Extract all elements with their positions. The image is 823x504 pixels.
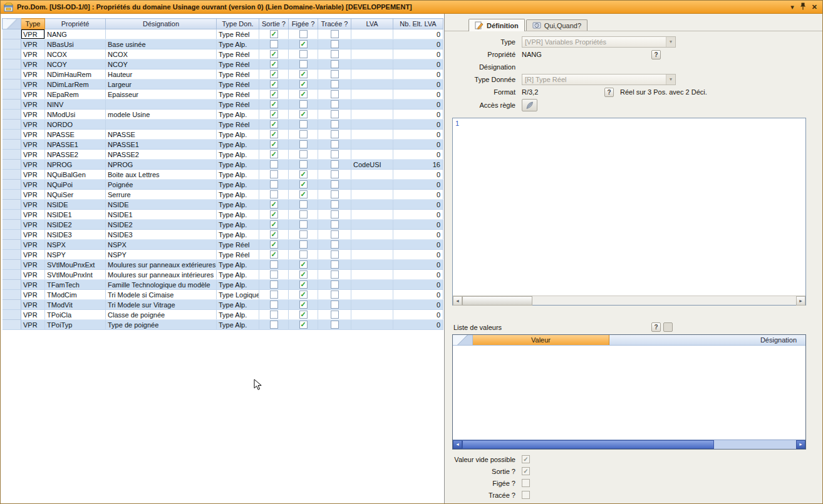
cell-type[interactable]: VPR [21, 240, 45, 250]
cell-figee-checkbox[interactable] [289, 49, 318, 59]
cell-figee-checkbox[interactable] [289, 120, 318, 130]
col-header-type[interactable]: Type [21, 19, 45, 29]
cell-lva[interactable] [351, 240, 393, 250]
cell-type[interactable]: VPR [21, 140, 45, 150]
cell-nb-elt-lva[interactable]: 0 [393, 240, 443, 250]
cell-propriete[interactable]: NSIDE3 [45, 230, 106, 240]
cell-lva[interactable] [351, 120, 393, 130]
cell-nb-elt-lva[interactable]: 0 [393, 220, 443, 230]
cell-type-don[interactable]: Type Alp. [217, 170, 259, 180]
cell-type[interactable]: VPR [21, 69, 45, 80]
cell-propriete[interactable]: NModUsi [45, 110, 106, 120]
cell-lva[interactable] [351, 49, 393, 59]
grid-row[interactable]: VPRNPROGNPROGType Alp.CodeUSI16 [3, 160, 443, 170]
cell-sortie-checkbox[interactable]: ✓ [259, 59, 289, 69]
cell-nb-elt-lva[interactable]: 0 [393, 300, 443, 310]
cell-nb-elt-lva[interactable]: 0 [393, 250, 443, 260]
cell-designation[interactable]: NSPY [106, 250, 217, 260]
cell-tracee-checkbox[interactable] [318, 210, 351, 220]
format-help-button[interactable]: ? [604, 88, 614, 97]
cell-type-don[interactable]: Type Alp. [217, 110, 259, 120]
row-selector[interactable] [3, 69, 21, 80]
cell-figee-checkbox[interactable]: ✓ [289, 90, 318, 100]
cell-nb-elt-lva[interactable]: 0 [393, 39, 443, 49]
cell-nb-elt-lva[interactable]: 0 [393, 100, 443, 110]
grid-row[interactable]: VPRNQuiSerSerrureType Alp.✓0 [3, 190, 443, 200]
cell-lva[interactable] [351, 150, 393, 160]
cell-type[interactable]: VPR [21, 170, 45, 180]
cell-tracee-checkbox[interactable] [318, 140, 351, 150]
cell-lva[interactable] [351, 270, 393, 280]
grid-row[interactable]: VPRNQuiBalGenBoite aux LettresType Alp.✓… [3, 170, 443, 180]
cell-type[interactable]: VPR [21, 110, 45, 120]
cell-designation[interactable]: modele Usine [106, 110, 217, 120]
row-selector[interactable] [3, 90, 21, 100]
cell-nb-elt-lva[interactable]: 0 [393, 140, 443, 150]
cell-lva[interactable] [351, 250, 393, 260]
grid-row[interactable]: VPRNSPYNSPYType Réel✓0 [3, 250, 443, 260]
cell-sortie-checkbox[interactable]: ✓ [259, 140, 289, 150]
grid-row[interactable]: VPRNSPXNSPXType Réel✓0 [3, 240, 443, 250]
cell-tracee-checkbox[interactable] [318, 300, 351, 310]
cell-propriete[interactable]: NSPX [45, 240, 106, 250]
grid-row[interactable]: VPRNCOYNCOYType Réel✓0 [3, 59, 443, 69]
cell-type-don[interactable]: Type Réel [217, 120, 259, 130]
cell-tracee-checkbox[interactable] [318, 110, 351, 120]
cell-type-don[interactable]: Type Alp. [217, 160, 259, 170]
cell-figee-checkbox[interactable]: ✓ [289, 69, 318, 80]
cell-designation[interactable]: NPASSE2 [106, 150, 217, 160]
cell-type-don[interactable]: Type Alp. [217, 220, 259, 230]
cell-type-don[interactable]: Type Alp. [217, 180, 259, 190]
row-selector[interactable] [3, 140, 21, 150]
grid-row[interactable]: VPRNPASSE2NPASSE2Type Alp.✓0 [3, 150, 443, 160]
cell-designation[interactable]: Tri Modele si Cimaise [106, 290, 217, 300]
row-selector[interactable] [3, 310, 21, 320]
col-header-type-don[interactable]: Type Don. [217, 19, 259, 29]
cell-sortie-checkbox[interactable]: ✓ [259, 49, 289, 59]
cell-type-don[interactable]: Type Réel [217, 250, 259, 260]
row-selector[interactable] [3, 110, 21, 120]
cell-designation[interactable]: NSIDE [106, 200, 217, 210]
cell-lva[interactable] [351, 170, 393, 180]
cell-designation[interactable]: NPASSE [106, 130, 217, 140]
cell-propriete[interactable]: TModCim [45, 290, 106, 300]
cell-sortie-checkbox[interactable] [259, 39, 289, 49]
cell-designation[interactable]: Epaisseur [106, 90, 217, 100]
cell-type[interactable]: VPR [21, 120, 45, 130]
cell-figee-checkbox[interactable]: ✓ [289, 180, 318, 190]
scroll-right-icon[interactable]: ► [796, 440, 805, 449]
cell-type[interactable]: VPR [21, 220, 45, 230]
cell-figee-checkbox[interactable]: ✓ [289, 270, 318, 280]
cell-propriete[interactable]: NDimLarRem [45, 80, 106, 90]
cell-sortie-checkbox[interactable] [259, 270, 289, 280]
cell-designation[interactable]: Classe de poignée [106, 310, 217, 320]
row-selector[interactable] [3, 29, 21, 39]
row-selector[interactable] [3, 130, 21, 140]
cell-sortie-checkbox[interactable]: ✓ [259, 110, 289, 120]
cell-nb-elt-lva[interactable]: 0 [393, 130, 443, 140]
cell-sortie-checkbox[interactable]: ✓ [259, 80, 289, 90]
cell-type[interactable]: VPR [21, 90, 45, 100]
cell-nb-elt-lva[interactable]: 0 [393, 320, 443, 330]
cell-type-don[interactable]: Type Logique [217, 290, 259, 300]
cell-figee-checkbox[interactable] [289, 220, 318, 230]
row-selector[interactable] [3, 180, 21, 190]
cell-propriete[interactable]: NQuiPoi [45, 180, 106, 190]
cell-figee-checkbox[interactable]: ✓ [289, 110, 318, 120]
cell-type-don[interactable]: Type Réel [217, 240, 259, 250]
cell-designation[interactable]: NPROG [106, 160, 217, 170]
cell-figee-checkbox[interactable]: ✓ [289, 260, 318, 270]
cell-sortie-checkbox[interactable]: ✓ [259, 100, 289, 110]
cell-tracee-checkbox[interactable] [318, 220, 351, 230]
cell-sortie-checkbox[interactable]: ✓ [259, 69, 289, 80]
cell-designation[interactable]: Serrure [106, 190, 217, 200]
cell-propriete[interactable]: NPROG [45, 160, 106, 170]
cell-nb-elt-lva[interactable]: 0 [393, 150, 443, 160]
row-selector[interactable] [3, 240, 21, 250]
row-selector[interactable] [3, 250, 21, 260]
row-selector[interactable] [3, 290, 21, 300]
grid-row[interactable]: VPRNANGType Réel✓0 [3, 29, 443, 39]
cell-propriete[interactable]: NSIDE [45, 200, 106, 210]
cell-type-don[interactable]: Type Alp. [217, 210, 259, 220]
cell-nb-elt-lva[interactable]: 0 [393, 290, 443, 300]
